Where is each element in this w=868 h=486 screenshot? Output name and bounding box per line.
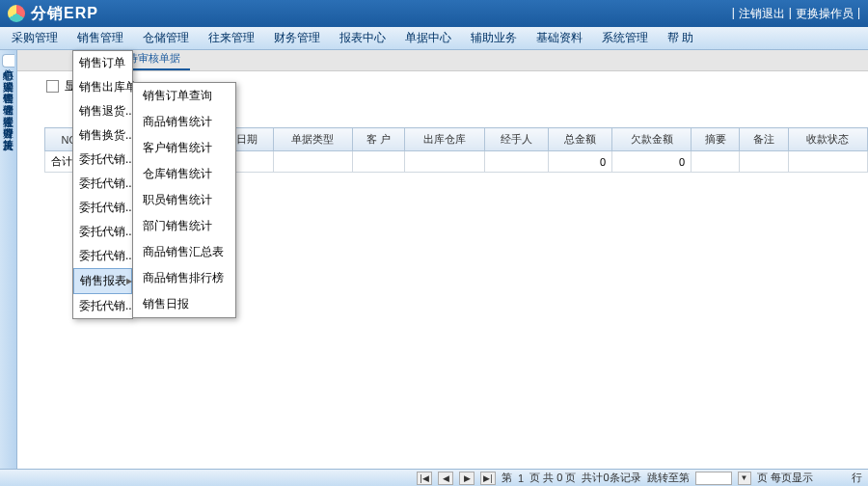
jump-page-input[interactable] [695,472,732,485]
submenu2-daily-report[interactable]: 销售日报 [133,291,235,317]
side-tab-decision[interactable]: 决策支持 [2,125,14,137]
row-label: 行 [852,471,862,485]
th-remark[interactable]: 备注 [740,128,788,151]
th-customer[interactable]: 客 户 [352,128,405,151]
menu-warehouse[interactable]: 仓储管理 [133,26,199,50]
menu-purchase[interactable]: 采购管理 [2,26,68,50]
submenu-sales-out[interactable]: 销售出库单 [73,75,132,99]
status-bar: |◀ ◀ ▶ ▶| 第 1 页 共 0 页 共计0条记录 跳转至第 ▼ 页 每页… [0,469,868,486]
app-logo-icon [8,5,25,22]
main-menu-bar: 采购管理 销售管理 仓储管理 往来管理 财务管理 报表中心 单据中心 辅助业务 … [0,27,868,50]
submenu2-order-query[interactable]: 销售订单查询 [133,83,235,109]
side-tab-accounts[interactable]: 往来管理 [2,102,14,114]
submenu-consign-2[interactable]: 委托代销... [73,172,132,196]
submenu-consign-3[interactable]: 委托代销... [73,196,132,220]
title-bar: 分销ERP | 注销退出 | 更换操作员 | [0,0,868,27]
menu-accounts[interactable]: 往来管理 [199,26,264,50]
jump-dropdown-icon[interactable]: ▼ [738,472,751,485]
jump-label: 跳转至第 [647,471,690,485]
submenu-sales-exchange[interactable]: 销售换货... [73,123,132,148]
side-tab-finance[interactable]: 财务管理 [2,114,14,125]
switch-operator-link[interactable]: 更换操作员 [796,6,854,22]
summary-total-amount: 0 [548,151,611,173]
menu-assist[interactable]: 辅助业务 [461,26,527,50]
side-tab-info[interactable]: 信息中心 [2,54,14,68]
submenu2-warehouse-stats[interactable]: 仓库销售统计 [133,161,235,187]
next-page-button[interactable]: ▶ [459,472,475,485]
submenu-sales-order[interactable]: 销售订单 [73,51,132,75]
submenu-consign-1[interactable]: 委托代销... [73,148,132,172]
th-receipt-status[interactable]: 收款状态 [788,128,867,151]
title-bar-actions: | 注销退出 | 更换操作员 | [732,6,860,22]
page-prefix: 第 [502,471,512,485]
submenu-consign-4[interactable]: 委托代销... [73,220,132,244]
last-page-button[interactable]: ▶| [480,472,496,485]
submenu2-product-stats[interactable]: 商品销售统计 [133,109,235,135]
submenu2-product-summary[interactable]: 商品销售汇总表 [133,239,235,265]
submenu-sales-return[interactable]: 销售退货... [73,99,132,123]
menu-system[interactable]: 系统管理 [592,26,658,50]
menu-sales[interactable]: 销售管理 [68,26,133,50]
menu-reports[interactable]: 报表中心 [330,26,395,50]
submenu-consign-6[interactable]: 委托代销... [73,294,132,318]
th-total-amount[interactable]: 总金额 [548,128,611,151]
sales-submenu: 销售订单 销售出库单 销售退货... 销售换货... 委托代销... 委托代销.… [72,50,133,319]
submenu2-dept-stats[interactable]: 部门销售统计 [133,213,235,239]
submenu2-product-rank[interactable]: 商品销售排行榜 [133,265,235,291]
submenu2-customer-stats[interactable]: 客户销售统计 [133,135,235,161]
th-handler[interactable]: 经手人 [484,128,548,151]
filter-checkbox[interactable] [46,80,59,93]
th-owed-amount[interactable]: 欠款金额 [612,128,692,151]
menu-basedata[interactable]: 基础资料 [527,26,592,50]
prev-page-button[interactable]: ◀ [438,472,453,485]
page-number: 1 [518,472,524,484]
menu-help[interactable]: 帮 助 [658,26,703,50]
th-summary[interactable]: 摘要 [692,128,740,151]
app-title: 分销ERP [31,4,98,24]
th-warehouse[interactable]: 出库仓库 [405,128,484,151]
side-tab-sales[interactable]: 销售管理 [2,79,14,91]
submenu2-staff-stats[interactable]: 职员销售统计 [133,187,235,213]
logout-link[interactable]: 注销退出 [739,6,785,22]
sales-report-submenu: 销售订单查询 商品销售统计 客户销售统计 仓库销售统计 职员销售统计 部门销售统… [132,82,236,318]
th-doc-type[interactable]: 单据类型 [273,128,352,151]
record-count: 共计0条记录 [582,471,640,485]
page-suffix: 页 共 0 页 [529,471,576,485]
submenu-consign-5[interactable]: 委托代销... [73,244,132,268]
summary-owed-amount: 0 [612,151,692,173]
submenu-sales-report[interactable]: 销售报表▶ [73,268,132,294]
side-tab-purchase[interactable]: 采购管理 [2,68,14,79]
side-tab-warehouse[interactable]: 仓储管理 [2,91,14,102]
menu-documents[interactable]: 单据中心 [395,26,461,50]
side-nav: 信息中心 采购管理 销售管理 仓储管理 往来管理 财务管理 决策支持 [0,50,17,469]
per-page-label: 页 每页显示 [757,471,813,485]
tab-strip: 期应收款 待审核单据 [17,50,868,71]
menu-finance[interactable]: 财务管理 [264,26,330,50]
first-page-button[interactable]: |◀ [417,472,432,485]
